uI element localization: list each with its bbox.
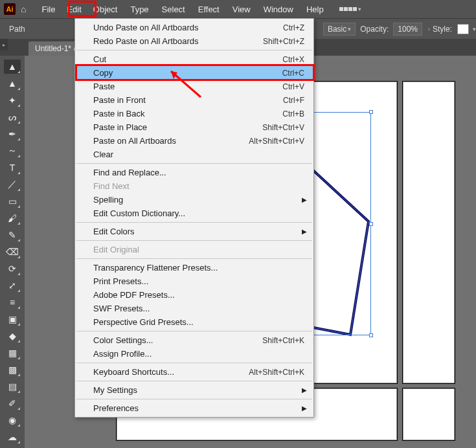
menu-item-swf-presets[interactable]: SWF Presets... bbox=[75, 302, 313, 315]
menu-item-paste-on-all-artboards[interactable]: Paste on All ArtboardsAlt+Shift+Ctrl+V bbox=[75, 134, 313, 148]
mesh-tool[interactable]: ▩ bbox=[4, 363, 21, 377]
brush-combo[interactable]: Basic▾ bbox=[323, 23, 356, 36]
selection-type-label: Path bbox=[9, 25, 25, 34]
menu-view[interactable]: View bbox=[226, 2, 257, 17]
perspective-tool[interactable]: ▦ bbox=[4, 346, 21, 360]
menu-item-shortcut: Alt+Shift+Ctrl+K bbox=[249, 368, 304, 377]
menu-item-label: Paste bbox=[93, 82, 282, 91]
pen-tool[interactable]: ✒ bbox=[4, 127, 21, 141]
menu-item-shortcut: Shift+Ctrl+K bbox=[262, 336, 304, 345]
menu-item-transparency-flattener-presets[interactable]: Transparency Flattener Presets... bbox=[75, 261, 313, 274]
menu-item-paste-in-back[interactable]: Paste in BackCtrl+B bbox=[75, 107, 313, 120]
menu-effect[interactable]: Effect bbox=[192, 2, 226, 17]
menu-select[interactable]: Select bbox=[155, 2, 192, 17]
menu-item-label: Cut bbox=[93, 54, 282, 64]
menu-separator bbox=[76, 240, 312, 241]
menu-separator bbox=[76, 381, 312, 381]
menu-item-edit-custom-dictionary[interactable]: Edit Custom Dictionary... bbox=[75, 207, 313, 220]
menu-item-preferences[interactable]: Preferences▶ bbox=[75, 401, 313, 415]
type-tool[interactable]: T bbox=[4, 161, 21, 175]
submenu-arrow-icon: ▶ bbox=[302, 228, 307, 235]
menu-item-label: Spelling bbox=[93, 195, 304, 205]
toolbox: ▲▲✦ᔕ✒～T／▭🖌✎⌫⟳⤢≡▣◆▦▩▤✐◉☁▮▢ bbox=[0, 56, 25, 448]
direct-selection-tool[interactable]: ▲ bbox=[4, 76, 21, 91]
menu-item-find-next: Find Next bbox=[75, 179, 313, 193]
rotate-tool[interactable]: ⟳ bbox=[4, 262, 21, 276]
menu-item-label: Transparency Flattener Presets... bbox=[93, 263, 304, 273]
gradient-tool[interactable]: ▤ bbox=[4, 379, 21, 394]
rectangle-tool[interactable]: ▭ bbox=[4, 194, 21, 208]
chevron-down-icon: ▾ bbox=[473, 26, 476, 32]
menu-edit[interactable]: Edit bbox=[62, 2, 86, 17]
menu-item-label: Paste in Back bbox=[93, 109, 282, 118]
menu-item-shortcut: Shift+Ctrl+Z bbox=[263, 37, 304, 46]
workspace-switcher-icon[interactable] bbox=[339, 7, 357, 11]
resize-handle[interactable] bbox=[369, 222, 373, 226]
menu-type[interactable]: Type bbox=[124, 2, 155, 17]
width-tool[interactable]: ≡ bbox=[4, 295, 21, 309]
menu-item-assign-profile[interactable]: Assign Profile... bbox=[75, 347, 313, 361]
menu-item-clear[interactable]: Clear bbox=[75, 148, 313, 161]
paintbrush-tool[interactable]: 🖌 bbox=[4, 211, 21, 225]
opacity-flyout-icon[interactable]: › bbox=[428, 26, 430, 32]
shape-builder-tool[interactable]: ◆ bbox=[4, 329, 21, 343]
symbol-tool[interactable]: ☁ bbox=[4, 430, 21, 444]
menu-item-label: Edit Custom Dictionary... bbox=[93, 208, 304, 218]
artboard[interactable] bbox=[403, 82, 455, 383]
menu-item-adobe-pdf-presets[interactable]: Adobe PDF Presets... bbox=[75, 288, 313, 302]
style-label: Style: bbox=[433, 25, 452, 34]
home-icon[interactable]: ⌂ bbox=[21, 4, 26, 14]
line-tool[interactable]: ／ bbox=[4, 177, 21, 192]
menu-item-cut[interactable]: CutCtrl+X bbox=[75, 52, 313, 66]
resize-handle[interactable] bbox=[369, 333, 373, 337]
menu-item-paste[interactable]: PasteCtrl+V bbox=[75, 80, 313, 93]
style-swatch[interactable] bbox=[457, 24, 469, 34]
menu-item-shortcut: Ctrl+V bbox=[282, 82, 304, 91]
blend-tool[interactable]: ◉ bbox=[4, 413, 21, 427]
menu-file[interactable]: File bbox=[35, 2, 62, 17]
free-transform-tool[interactable]: ▣ bbox=[4, 312, 21, 326]
chevron-down-icon: ▾ bbox=[358, 6, 361, 12]
opacity-input[interactable]: 100% bbox=[393, 23, 422, 36]
scale-tool[interactable]: ⤢ bbox=[4, 278, 21, 293]
lasso-tool[interactable]: ᔕ bbox=[4, 110, 21, 124]
eyedropper-tool[interactable]: ✐ bbox=[4, 396, 21, 410]
menu-window[interactable]: Window bbox=[257, 2, 300, 17]
menu-item-print-presets[interactable]: Print Presets... bbox=[75, 274, 313, 288]
menu-item-label: Print Presets... bbox=[93, 276, 304, 286]
selection-tool[interactable]: ▲ bbox=[4, 60, 21, 74]
menu-item-perspective-grid-presets[interactable]: Perspective Grid Presets... bbox=[75, 315, 313, 329]
eraser-tool[interactable]: ⌫ bbox=[4, 245, 21, 259]
menu-item-redo-paste-on-all-artboards[interactable]: Redo Paste on All ArtboardsShift+Ctrl+Z bbox=[75, 34, 313, 48]
menu-item-label: Preferences bbox=[93, 403, 304, 413]
menu-item-label: Clear bbox=[93, 150, 304, 159]
menu-item-paste-in-place[interactable]: Paste in PlaceShift+Ctrl+V bbox=[75, 120, 313, 134]
menu-item-find-and-replace[interactable]: Find and Replace... bbox=[75, 166, 313, 179]
panel-expand-icon[interactable]: ▸ bbox=[0, 39, 8, 50]
shaper-tool[interactable]: ✎ bbox=[4, 228, 21, 242]
menu-item-undo-paste-on-all-artboards[interactable]: Undo Paste on All ArtboardsCtrl+Z bbox=[75, 21, 313, 34]
menu-item-my-settings[interactable]: My Settings▶ bbox=[75, 383, 313, 397]
menu-item-spelling[interactable]: Spelling▶ bbox=[75, 193, 313, 207]
menu-item-label: Redo Paste on All Artboards bbox=[93, 36, 263, 46]
menu-item-keyboard-shortcuts[interactable]: Keyboard Shortcuts...Alt+Shift+Ctrl+K bbox=[75, 365, 313, 379]
menu-item-label: Edit Original bbox=[93, 245, 304, 254]
menu-item-edit-original: Edit Original bbox=[75, 243, 313, 256]
resize-handle[interactable] bbox=[369, 110, 373, 114]
magic-wand-tool[interactable]: ✦ bbox=[4, 93, 21, 107]
menu-item-paste-in-front[interactable]: Paste in FrontCtrl+F bbox=[75, 93, 313, 107]
menu-item-copy[interactable]: CopyCtrl+C bbox=[75, 66, 313, 80]
menu-object[interactable]: Object bbox=[87, 2, 124, 17]
menu-item-shortcut: Ctrl+B bbox=[282, 109, 304, 118]
submenu-arrow-icon: ▶ bbox=[302, 405, 307, 412]
curvature-tool[interactable]: ～ bbox=[4, 144, 21, 158]
menu-item-edit-colors[interactable]: Edit Colors▶ bbox=[75, 225, 313, 238]
menu-item-label: Color Settings... bbox=[93, 335, 262, 345]
menu-item-color-settings[interactable]: Color Settings...Shift+Ctrl+K bbox=[75, 333, 313, 347]
menu-help[interactable]: Help bbox=[300, 2, 330, 17]
menu-separator bbox=[76, 363, 312, 363]
opacity-label: Opacity: bbox=[360, 25, 389, 34]
menu-separator bbox=[76, 222, 312, 223]
artboard[interactable] bbox=[403, 388, 455, 440]
menu-item-label: Adobe PDF Presets... bbox=[93, 290, 304, 300]
